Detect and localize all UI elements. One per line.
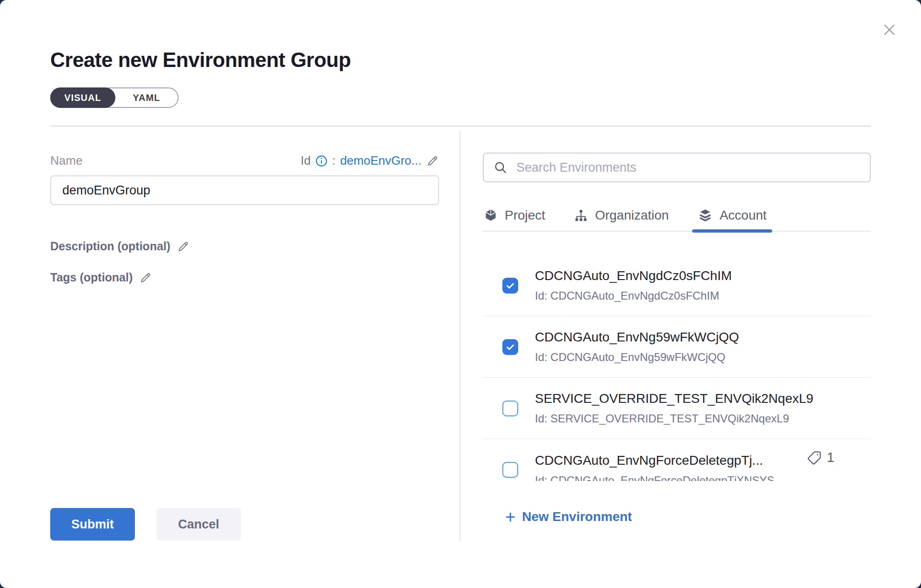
search-environments-input[interactable]	[515, 160, 861, 175]
header-divider	[50, 126, 871, 127]
tab-account[interactable]: Account	[697, 200, 768, 231]
environment-checkbox[interactable]	[502, 462, 518, 478]
environment-row[interactable]: SERVICE_OVERRIDE_TEST_ENVQik2NqexL9 Id: …	[483, 378, 871, 439]
search-icon	[493, 160, 508, 175]
entity-id-group: Id : demoEnvGro...	[300, 154, 439, 168]
tag-badge: 1	[806, 449, 834, 466]
scope-tabs: Project Organization Account	[483, 200, 871, 232]
description-label: Description (optional)	[50, 240, 170, 253]
environment-checkbox[interactable]	[502, 339, 518, 355]
id-value-link[interactable]: demoEnvGro...	[340, 154, 421, 168]
environment-name: CDCNGAuto_EnvNg59wFkWCjQQ	[535, 330, 739, 345]
search-box	[483, 153, 871, 182]
toggle-yaml[interactable]: YAML	[115, 88, 178, 107]
new-environment-button[interactable]: + New Environment	[505, 508, 632, 526]
tag-icon	[806, 449, 823, 466]
environment-checkbox[interactable]	[502, 401, 518, 416]
layers-icon	[698, 208, 713, 223]
create-environment-group-modal: Create new Environment Group VISUAL YAML…	[0, 0, 921, 588]
form-panel: Name Id : demoEnvGro... Description (opt…	[50, 130, 439, 588]
environments-panel: Project Organization Account	[483, 130, 871, 588]
sitemap-icon	[574, 208, 588, 222]
id-colon: :	[332, 154, 335, 168]
plus-icon: +	[505, 508, 515, 526]
name-label: Name	[50, 154, 82, 168]
environment-row[interactable]: CDCNGAuto_EnvNgdCz0sFChIM Id: CDCNGAuto_…	[483, 255, 871, 316]
submit-button[interactable]: Submit	[50, 508, 135, 541]
tags-label: Tags (optional)	[50, 271, 133, 284]
edit-tags-icon[interactable]	[139, 271, 152, 284]
toggle-visual[interactable]: VISUAL	[50, 87, 115, 108]
close-button[interactable]	[879, 20, 900, 40]
tab-project[interactable]: Project	[483, 200, 546, 231]
environment-list: CDCNGAuto_EnvNgdCz0sFChIM Id: CDCNGAuto_…	[483, 232, 871, 481]
close-icon	[881, 22, 897, 38]
active-tab-underline	[692, 229, 772, 233]
edit-description-icon[interactable]	[177, 240, 190, 253]
id-label: Id	[300, 154, 311, 168]
edit-id-icon[interactable]	[426, 154, 439, 167]
cancel-button[interactable]: Cancel	[156, 508, 241, 541]
name-input[interactable]	[50, 175, 439, 205]
environment-id: Id: CDCNGAuto_EnvNgForceDeletegpTjXNSYS	[535, 474, 774, 481]
tag-count: 1	[827, 449, 834, 465]
cube-icon	[484, 208, 498, 222]
tab-organization[interactable]: Organization	[573, 200, 670, 231]
environment-id: Id: CDCNGAuto_EnvNgdCz0sFChIM	[535, 289, 732, 302]
environment-checkbox[interactable]	[502, 278, 518, 294]
panel-divider	[460, 130, 460, 541]
environment-row[interactable]: CDCNGAuto_EnvNgForceDeletegpTj... Id: CD…	[483, 439, 871, 481]
environment-id: Id: CDCNGAuto_EnvNg59wFkWCjQQ	[535, 351, 739, 364]
environment-row[interactable]: CDCNGAuto_EnvNg59wFkWCjQQ Id: CDCNGAuto_…	[483, 316, 871, 378]
environment-name: CDCNGAuto_EnvNgdCz0sFChIM	[535, 268, 732, 283]
page-title: Create new Environment Group	[50, 48, 871, 72]
environment-id: Id: SERVICE_OVERRIDE_TEST_ENVQik2NqexL9	[535, 412, 814, 425]
info-icon[interactable]	[315, 155, 327, 167]
environment-name: SERVICE_OVERRIDE_TEST_ENVQik2NqexL9	[535, 391, 814, 406]
new-environment-label: New Environment	[522, 509, 632, 524]
visual-yaml-toggle: VISUAL YAML	[50, 87, 179, 108]
environment-name: CDCNGAuto_EnvNgForceDeletegpTj...	[535, 453, 774, 468]
